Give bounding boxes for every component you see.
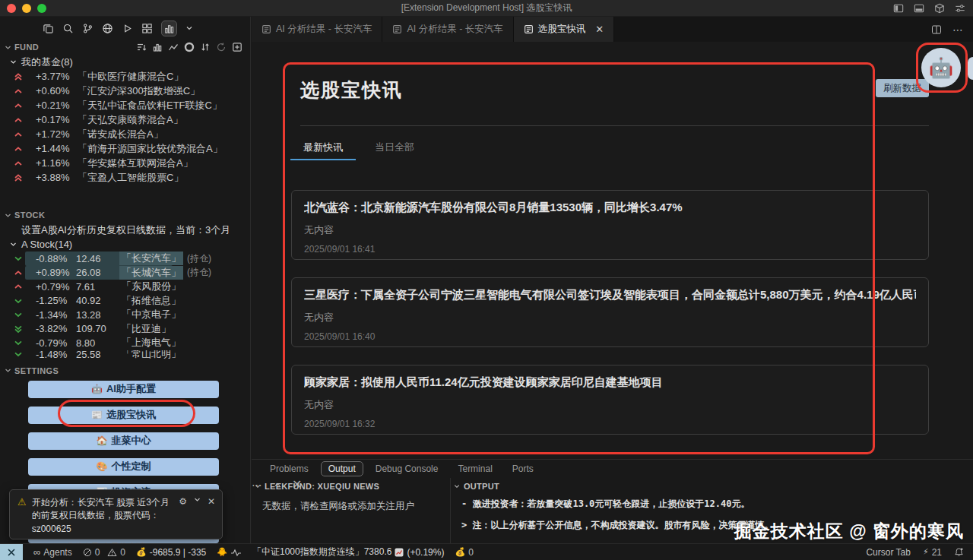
- close-icon[interactable]: ✕: [208, 496, 215, 507]
- layout-panel-icon[interactable]: [914, 3, 924, 14]
- split-editor-icon[interactable]: [931, 24, 942, 35]
- settings-button-韭菜中心[interactable]: 🏠 韭菜中心: [28, 432, 219, 450]
- editor-tab[interactable]: AI 分析结果 - 长安汽车: [382, 17, 513, 42]
- problems-status[interactable]: 0 0: [83, 547, 125, 558]
- news-card[interactable]: 顾家家居：拟使用人民币11.24亿元投资建设顾家家居印尼自建基地项目 无内容 2…: [291, 365, 929, 435]
- settings-button-个性定制[interactable]: 🎨 个性定制: [28, 458, 219, 476]
- settings-buttons: 🤖 AI助手配置 📰 选股宝快讯 🏠 韭菜中心 🎨 个性定制 📊 投资交流: [0, 381, 250, 501]
- pane-header-label: OUTPUT: [464, 482, 499, 491]
- panel-tab-Ports[interactable]: Ports: [505, 461, 541, 476]
- fund-item[interactable]: +3.88% 「宝盈人工智能股票C」: [0, 170, 250, 185]
- gear-icon[interactable]: ⚙: [179, 496, 187, 507]
- stock-chart-icon[interactable]: [161, 21, 177, 36]
- button-emoji-icon: 🤖: [91, 384, 103, 394]
- fund-name: 「宝盈人工智能股票C」: [78, 171, 183, 185]
- trend-down-icon: [11, 351, 25, 357]
- fund-item[interactable]: +1.44% 「前海开源国家比较优势混合A」: [0, 141, 250, 156]
- avatar[interactable]: 🤖: [921, 48, 961, 87]
- news-card[interactable]: 北汽蓝谷：北京新能源汽车股份有限公司8月销量13530辆，同比增长3.47% 无…: [291, 190, 929, 260]
- bell-icon[interactable]: [954, 547, 964, 557]
- pane-header[interactable]: LEEKFUND: XUEQIU NEWS: [255, 479, 450, 493]
- fund-item[interactable]: +1.72% 「诺安成长混合A」: [0, 127, 250, 141]
- stock-group-label: A Stock(14): [21, 239, 72, 250]
- stock-group-row[interactable]: A Stock(14): [0, 237, 250, 252]
- fund-item[interactable]: +0.21% 「天弘中证食品饮料ETF联接C」: [0, 98, 250, 112]
- robot-icon: 🤖: [929, 56, 953, 80]
- sort-icon[interactable]: [136, 42, 147, 52]
- stock-item[interactable]: -1.25% 40.92 「拓维信息」: [0, 294, 250, 308]
- index-ticker[interactable]: 「中证1000指数期货连续」7380.6 (+0.19%): [252, 546, 444, 558]
- stock-item[interactable]: -0.88% 12.46 「长安汽车」 (持仓): [0, 252, 250, 266]
- more-actions-icon[interactable]: ⋯: [952, 24, 964, 36]
- preview-doc-icon: [261, 24, 271, 34]
- stock-item[interactable]: -3.82% 109.70 「比亚迪」: [0, 322, 250, 337]
- search-icon[interactable]: [62, 23, 74, 34]
- news-tab-当日全部[interactable]: 当日全部: [362, 136, 427, 160]
- pane-header-label: LEEKFUND: XUEQIU NEWS: [265, 482, 379, 491]
- fund-item[interactable]: +0.17% 「天弘安康颐养混合A」: [0, 112, 250, 127]
- fund-item[interactable]: +3.77% 「中欧医疗健康混合C」: [0, 69, 250, 84]
- add-icon[interactable]: [232, 42, 242, 52]
- extensions-icon[interactable]: [141, 23, 153, 34]
- chevron-down-icon[interactable]: [194, 496, 201, 503]
- zoom-window-button[interactable]: [37, 4, 46, 13]
- stock-section-header[interactable]: STOCK: [0, 207, 250, 223]
- panel-tab-Problems[interactable]: Problems: [262, 461, 316, 476]
- settings-section-header[interactable]: SETTINGS: [0, 363, 250, 378]
- panel-tab-Output[interactable]: Output: [321, 461, 363, 476]
- stock-item[interactable]: +0.79% 7.61 「东风股份」: [0, 280, 250, 294]
- cursor-tab-status[interactable]: Cursor Tab: [866, 547, 910, 558]
- coin-status[interactable]: 💰 0: [455, 547, 473, 558]
- settings-sliders-icon[interactable]: [955, 3, 965, 14]
- news-tab-最新快讯[interactable]: 最新快讯: [290, 136, 356, 160]
- trend-down-icon: [11, 312, 25, 318]
- editor-tab-bar: AI 分析结果 - 长安汽车 AI 分析结果 - 长安汽车 选股宝快讯 ✕ ⋯: [252, 17, 973, 42]
- refresh-icon[interactable]: [216, 42, 227, 52]
- globe-icon[interactable]: [102, 23, 113, 34]
- donut-icon[interactable]: [184, 42, 195, 52]
- stock-price: 25.58: [76, 350, 122, 359]
- page-title: 选股宝快讯: [300, 42, 929, 103]
- panel-tab-Debug Console[interactable]: Debug Console: [368, 461, 446, 476]
- fund-section-header[interactable]: FUND: [0, 40, 250, 55]
- bar-chart-icon[interactable]: [152, 42, 163, 52]
- line-chart-icon[interactable]: [168, 42, 179, 52]
- edge-floating-button[interactable]: [968, 57, 973, 80]
- run-icon[interactable]: [122, 23, 133, 34]
- notification-message: 开始分析：长安汽车 股票 近3个月的前复权日线数据，股票代码：sz000625: [32, 496, 174, 536]
- agents-status[interactable]: ∞ Agents: [33, 546, 72, 558]
- minimize-window-button[interactable]: [22, 4, 31, 13]
- leek-status[interactable]: 🐥: [217, 547, 242, 557]
- close-window-button[interactable]: [7, 4, 16, 13]
- arrows-icon[interactable]: [200, 42, 211, 52]
- fund-item[interactable]: +0.60% 「汇安沪深300指数增强C」: [0, 84, 250, 98]
- stock-item[interactable]: -1.48% 25.58 「常山北明」: [0, 350, 250, 359]
- pane-header[interactable]: OUTPUT: [454, 479, 973, 493]
- stock-item[interactable]: +0.89% 26.08 「长城汽车」 (持仓): [0, 266, 250, 280]
- stock-item[interactable]: -0.79% 8.80 「上海电气」: [0, 336, 250, 350]
- money-bag-icon: 💰: [136, 547, 147, 557]
- editor-tab[interactable]: 选股宝快讯 ✕: [514, 17, 614, 42]
- copy-icon[interactable]: [43, 23, 54, 34]
- panel-tab-Terminal[interactable]: Terminal: [450, 461, 499, 476]
- remote-indicator[interactable]: [0, 544, 23, 560]
- pnl-status[interactable]: 💰 -9685.9 | -335: [136, 547, 206, 558]
- fund-group-row[interactable]: 我的基金(8): [0, 55, 250, 69]
- trend-up-icon: [11, 131, 25, 138]
- stock-hint[interactable]: 设置A股AI分析历史复权日线数据，当前：3个月: [0, 223, 250, 237]
- stock-item[interactable]: -1.34% 13.28 「中京电子」: [0, 308, 250, 322]
- settings-button-AI助手配置[interactable]: 🤖 AI助手配置: [28, 381, 219, 398]
- layout-cube-icon[interactable]: [934, 3, 945, 14]
- power-status[interactable]: ⚡ 21: [923, 547, 942, 558]
- source-control-icon[interactable]: [82, 23, 93, 34]
- layout-sidebar-icon[interactable]: [893, 3, 904, 14]
- fund-item[interactable]: +1.16% 「华安媒体互联网混合A」: [0, 156, 250, 170]
- close-tab-icon[interactable]: ✕: [595, 24, 604, 35]
- notification-toast: ⚠ 开始分析：长安汽车 股票 近3个月的前复权日线数据，股票代码：sz00062…: [9, 489, 223, 539]
- chevron-down-icon: [5, 367, 11, 374]
- chevron-down-icon[interactable]: [185, 24, 193, 32]
- refresh-data-button[interactable]: 刷新数据: [876, 79, 929, 97]
- editor-tab[interactable]: AI 分析结果 - 长安汽车: [252, 17, 382, 42]
- settings-button-选股宝快讯[interactable]: 📰 选股宝快讯: [28, 407, 219, 424]
- news-card[interactable]: 三星医疗：下属全资子公司宁波三星智能电气有限公司签订埃及智能表项目，合同金额总计…: [291, 277, 929, 347]
